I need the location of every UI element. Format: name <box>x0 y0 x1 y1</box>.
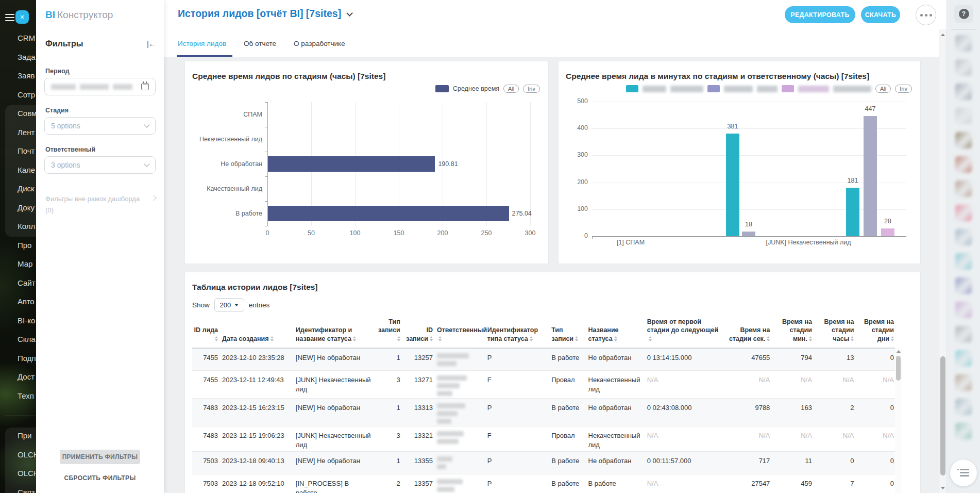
chart-control-all[interactable]: All <box>503 85 519 93</box>
sidebar-item-13[interactable]: Сайт <box>18 278 36 290</box>
chart-control-all[interactable]: All <box>875 85 891 93</box>
sidebar-item-0[interactable]: CRM <box>18 34 36 45</box>
scroll-down-icon[interactable] <box>939 484 947 491</box>
avatar[interactable] <box>955 423 972 439</box>
column-header-9[interactable]: Время от первой стадии до следующей <box>646 318 726 348</box>
column-header-0[interactable]: ID лида <box>192 318 221 348</box>
sidebar-item-20[interactable]: При <box>18 431 36 442</box>
column-header-8[interactable]: Название статуса <box>587 318 646 348</box>
avatar[interactable] <box>955 399 972 415</box>
axis-tick <box>751 236 751 239</box>
axis-tick <box>265 226 267 226</box>
x-axis-line <box>592 236 906 237</box>
table-scrollbar[interactable] <box>895 348 902 493</box>
column-header-7[interactable]: Тип записи <box>550 318 587 348</box>
axis-tick <box>265 127 267 127</box>
download-button[interactable]: СКАЧАТЬ <box>861 6 900 23</box>
column-header-2[interactable]: Идентификатор и название статуса <box>295 318 375 348</box>
avatar[interactable] <box>955 84 972 100</box>
sidebar-item-12[interactable]: Мар <box>18 259 36 271</box>
avatar[interactable] <box>955 35 972 52</box>
sidebar-item-17[interactable]: Подп <box>18 354 36 365</box>
legend-label-redacted <box>833 86 871 92</box>
sidebar-item-11[interactable]: Про <box>18 241 36 252</box>
sidebar-item-14[interactable]: Авто <box>18 297 36 308</box>
column-header-12[interactable]: Время на стадии часы <box>815 318 857 348</box>
chart-title: Среднее время лида в минутах по стадиям … <box>566 72 869 81</box>
sidebar-item-23[interactable]: Связ <box>18 488 36 493</box>
page-scrollbar-thumb[interactable] <box>940 356 945 475</box>
responsible-select[interactable]: 3 options <box>44 156 156 174</box>
avatar[interactable] <box>955 350 972 367</box>
more-options-button[interactable] <box>916 5 936 25</box>
avatar[interactable] <box>955 156 972 173</box>
tab-1[interactable]: Об отчете <box>244 29 276 57</box>
column-header-11[interactable]: Время на стадии мин. <box>773 318 815 348</box>
avatar[interactable] <box>955 59 972 76</box>
cell: 2 <box>815 399 857 426</box>
avatar[interactable] <box>955 277 972 294</box>
avatar[interactable] <box>955 108 972 124</box>
sidebar-item-16[interactable]: Скла <box>18 335 36 346</box>
avatar[interactable] <box>955 205 972 221</box>
chart-control-inv[interactable]: Inv <box>895 85 912 93</box>
help-button[interactable]: ? <box>954 5 973 23</box>
avatar[interactable] <box>955 253 972 270</box>
sidebar-item-2[interactable]: Заяв <box>18 71 36 83</box>
chevron-down-icon <box>144 122 149 127</box>
collapse-panel-icon[interactable]: |← <box>147 39 156 48</box>
sidebar-item-18[interactable]: Дост <box>18 372 36 384</box>
page-scrollbar[interactable] <box>939 29 947 493</box>
page-size-select[interactable]: 200 <box>214 298 244 312</box>
chart-control-inv[interactable]: Inv <box>523 85 540 93</box>
dot-icon <box>925 14 927 17</box>
sidebar-item-15[interactable]: BI-ко <box>18 316 36 327</box>
sidebar-item-9[interactable]: Доку <box>18 203 36 215</box>
sort-icon <box>397 336 400 341</box>
column-header-6[interactable]: Идентификатор типа статуса <box>486 318 550 348</box>
sidebar-item-4[interactable]: Совм <box>18 109 36 120</box>
scroll-up-icon[interactable] <box>896 349 901 354</box>
column-header-13[interactable]: Время на стадии дни <box>857 318 897 348</box>
cell: 2023-12-18 09:52:10 <box>221 474 295 493</box>
table-scrollbar-thumb[interactable] <box>896 356 901 381</box>
reset-filters-button[interactable]: СБРОСИТЬ ФИЛЬТРЫ <box>36 474 164 482</box>
avatar[interactable] <box>955 229 972 245</box>
stage-select[interactable]: 5 options <box>44 117 156 135</box>
sidebar-item-21[interactable]: OLCH <box>18 450 36 462</box>
sidebar-item-1[interactable]: Зада <box>18 53 36 64</box>
avatar[interactable] <box>955 180 972 197</box>
sidebar-item-10[interactable]: Колл <box>18 222 36 233</box>
sidebar-item-5[interactable]: Лент <box>18 128 36 139</box>
period-input[interactable] <box>44 78 156 95</box>
list-button[interactable] <box>950 459 977 486</box>
column-header-5[interactable]: Ответственный <box>436 318 486 348</box>
table-row: 75032023-12-18 09:52:10[IN_PROCESS] В ра… <box>192 474 897 493</box>
column-header-3[interactable]: Тип записи <box>375 318 403 348</box>
avatar[interactable] <box>955 374 972 391</box>
column-header-10[interactable]: Время на стадии сек. <box>726 318 773 348</box>
column-header-4[interactable]: ID записи <box>403 318 436 348</box>
cell: P <box>486 348 550 371</box>
avatar[interactable] <box>955 302 972 318</box>
apply-filters-button[interactable]: ПРИМЕНИТЬ ФИЛЬТРЫ <box>60 450 140 464</box>
outer-filters-link[interactable]: Фильтры вне рамок дашборда <box>45 195 156 203</box>
report-title[interactable]: История лидов [отчёт BI] [7sites] <box>178 8 352 20</box>
avatar[interactable] <box>955 326 972 342</box>
edit-button[interactable]: РЕДАКТИРОВАТЬ <box>785 6 855 23</box>
sidebar-item-22[interactable]: OLCH <box>18 469 36 480</box>
sidebar-item-8[interactable]: Диск <box>18 184 36 195</box>
close-button[interactable]: ✕ <box>15 10 29 24</box>
sidebar-item-3[interactable]: Сотр <box>18 90 36 102</box>
sidebar-item-19[interactable]: Техп <box>18 391 36 403</box>
scroll-up-icon[interactable] <box>939 31 947 38</box>
bar-value-label: 18 <box>736 221 762 228</box>
tab-2[interactable]: О разработчике <box>294 29 345 57</box>
sidebar-item-6[interactable]: Почт <box>18 146 36 158</box>
column-header-1[interactable]: Дата создания <box>221 318 295 348</box>
sidebar-item-7[interactable]: Кале <box>18 166 36 177</box>
menu-icon[interactable] <box>5 14 14 21</box>
tab-0[interactable]: История лидов <box>178 29 226 57</box>
avatar[interactable] <box>955 132 972 149</box>
legend-swatch <box>707 85 720 92</box>
